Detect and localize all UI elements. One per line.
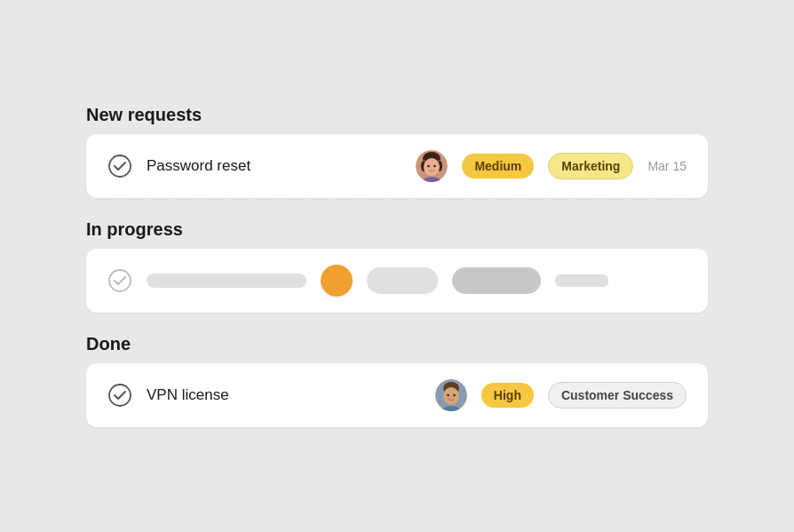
check-icon-vpn-license bbox=[107, 383, 132, 408]
svg-point-19 bbox=[450, 397, 452, 398]
check-icon-in-progress bbox=[107, 268, 132, 293]
section-title-done: Done bbox=[86, 334, 708, 354]
date-password-reset: Mar 15 bbox=[647, 159, 687, 173]
skeleton-avatar bbox=[321, 265, 353, 297]
svg-point-12 bbox=[109, 270, 131, 291]
card-password-reset[interactable]: Password reset bbox=[86, 134, 708, 198]
main-container: New requests Password reset bbox=[86, 105, 708, 427]
svg-point-16 bbox=[443, 387, 459, 405]
svg-point-18 bbox=[453, 394, 456, 397]
badge-category-password-reset: Marketing bbox=[548, 153, 633, 179]
badge-priority-vpn-license: High bbox=[481, 383, 534, 408]
svg-point-10 bbox=[431, 168, 433, 169]
check-icon-password-reset bbox=[107, 154, 132, 179]
section-new-requests: New requests Password reset bbox=[86, 105, 708, 198]
section-done: Done VPN license bbox=[86, 334, 708, 427]
badge-category-vpn-license: Customer Success bbox=[548, 382, 687, 409]
section-in-progress: In progress bbox=[86, 219, 708, 313]
badge-priority-password-reset: Medium bbox=[462, 154, 534, 179]
svg-point-7 bbox=[424, 158, 440, 176]
avatar-vpn-license bbox=[435, 379, 467, 411]
card-vpn-license[interactable]: VPN license bbox=[86, 363, 708, 427]
skeleton-badge-2 bbox=[452, 267, 541, 294]
skeleton-text bbox=[147, 274, 306, 288]
skeleton-badge-1 bbox=[367, 267, 438, 294]
svg-point-13 bbox=[109, 385, 131, 406]
svg-point-9 bbox=[434, 165, 437, 168]
task-title-password-reset: Password reset bbox=[147, 157, 401, 175]
svg-point-0 bbox=[109, 155, 131, 177]
section-title-in-progress: In progress bbox=[86, 219, 708, 240]
svg-point-17 bbox=[447, 394, 449, 397]
avatar-password-reset bbox=[416, 150, 448, 182]
task-title-vpn-license: VPN license bbox=[147, 386, 421, 404]
card-in-progress bbox=[86, 249, 708, 313]
section-title-new-requests: New requests bbox=[86, 105, 708, 125]
svg-point-8 bbox=[428, 165, 431, 168]
skeleton-date bbox=[555, 274, 608, 287]
